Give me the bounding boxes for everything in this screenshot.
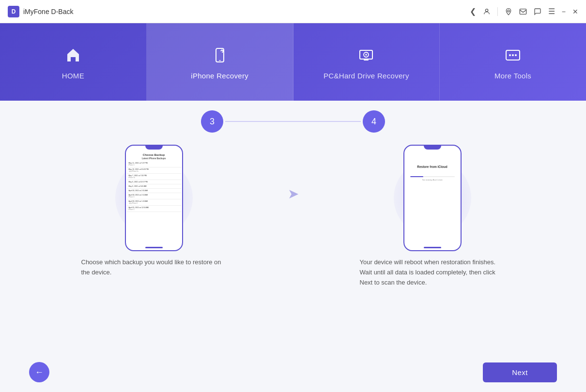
left-phone-section: Choose Backup Latest iPhone Backups May … <box>29 142 278 278</box>
nav-pc-recovery-label: PC&Hard Drive Recovery <box>324 72 409 80</box>
right-phone-notch <box>424 146 441 150</box>
left-phone-frame: Choose Backup Latest iPhone Backups May … <box>125 145 183 251</box>
back-button[interactable]: ← <box>29 362 49 382</box>
title-bar-left: D iMyFone D-Back <box>8 6 73 17</box>
svg-rect-2 <box>520 9 526 14</box>
backup-item: April 25, 2021 at 12:54 AM iPhone 5 <box>127 206 181 212</box>
backup-screen-title: Choose Backup <box>127 151 181 157</box>
location-icon[interactable] <box>505 8 512 15</box>
backup-item: May 11, 2021 at 7:47 PM iPhone 5 <box>127 161 181 167</box>
nav-iphone-recovery[interactable]: iPhone Recovery <box>147 23 293 101</box>
nav-more-tools[interactable]: More Tools <box>440 23 586 101</box>
nav-home[interactable]: HOME <box>0 23 147 101</box>
bottom-bar: ← Next <box>29 357 557 382</box>
user-icon[interactable] <box>483 8 491 15</box>
svg-point-7 <box>365 54 367 56</box>
phones-row: Choose Backup Latest iPhone Backups May … <box>29 142 557 357</box>
nav-bar: HOME iPhone Recovery PC&Hard Drive Recov… <box>0 23 586 101</box>
right-arrow-icon: ➤ <box>288 186 299 202</box>
nav-home-label: HOME <box>62 72 84 80</box>
restore-progress-bar <box>410 176 455 177</box>
step-4-circle: 4 <box>363 110 385 133</box>
nav-more-tools-label: More Tools <box>494 72 531 80</box>
nav-pc-recovery[interactable]: PC&Hard Drive Recovery <box>293 23 440 101</box>
svg-point-0 <box>485 9 488 11</box>
restore-time: Time remaining: About 1 minute <box>405 179 460 181</box>
step-3-circle: 3 <box>201 110 223 133</box>
next-button[interactable]: Next <box>483 362 557 382</box>
left-phone-notch <box>145 146 163 150</box>
minimize-button[interactable]: − <box>562 8 566 15</box>
right-phone-wrapper: Restore from iCloud Time remaining: Abou… <box>384 142 481 254</box>
pc-recovery-icon <box>355 45 377 66</box>
backup-item: April 30, 2021 at 2:13 AM iPhone 5 <box>127 193 181 199</box>
more-tools-icon <box>502 45 524 66</box>
separator <box>497 7 498 16</box>
svg-point-10 <box>512 54 514 56</box>
app-logo: D <box>8 6 19 17</box>
backup-screen-subtitle: Latest iPhone Backups <box>127 157 181 160</box>
step-line <box>225 121 361 122</box>
right-phone-frame: Restore from iCloud Time remaining: Abou… <box>403 145 462 251</box>
backup-item: May 7, 2021 at 7:20 PM iPhone 5s <box>127 174 181 180</box>
chat-icon[interactable] <box>534 8 541 15</box>
left-phone-wrapper: Choose Backup Latest iPhone Backups May … <box>106 142 202 254</box>
svg-point-1 <box>508 10 509 12</box>
svg-point-11 <box>515 54 517 56</box>
nav-iphone-recovery-label: iPhone Recovery <box>191 72 248 80</box>
left-desc: Choose which backup you would like to re… <box>77 257 231 278</box>
title-bar: D iMyFone D-Back ❮ ☰ − ✕ <box>0 0 586 23</box>
svg-rect-4 <box>219 60 221 61</box>
arrow-section: ➤ <box>278 142 308 202</box>
right-phone-section: Restore from iCloud Time remaining: Abou… <box>308 142 557 287</box>
right-phone-home-bar <box>424 247 441 248</box>
home-icon <box>62 45 84 66</box>
backup-item: April 30, 2021 at 1:10 AM 老机 iPhone 5 <box>127 199 181 206</box>
iphone-recovery-icon <box>209 45 231 66</box>
restore-screen-title: Restore from iCloud <box>405 151 460 176</box>
menu-icon[interactable]: ☰ <box>548 7 555 16</box>
left-phone-home-bar <box>145 247 163 248</box>
title-bar-actions: ❮ ☰ − ✕ <box>470 7 578 16</box>
backup-item: May 6, 2021 at 10:57 PM <box>127 180 181 184</box>
right-desc: Your device will reboot when restoration… <box>355 257 510 287</box>
steps-row: 3 4 <box>29 110 557 133</box>
main-content: 3 4 Choose Backup Latest iPhone Backups … <box>0 101 586 392</box>
backup-item: April 30, 2021 at 2:55 AM <box>127 189 181 193</box>
svg-point-9 <box>509 54 511 56</box>
mail-icon[interactable] <box>519 8 527 15</box>
app-name: iMyFone D-Back <box>23 8 73 15</box>
backup-item: May 6, 2021 at 9:42 AM <box>127 184 181 189</box>
right-phone-screen: Restore from iCloud Time remaining: Abou… <box>405 151 460 245</box>
backup-item: May 10, 2021 at 10:43 PM 老机 iPhone 5s <box>127 167 181 174</box>
left-phone-screen: Choose Backup Latest iPhone Backups May … <box>127 151 181 245</box>
share-icon[interactable]: ❮ <box>470 7 476 16</box>
close-button[interactable]: ✕ <box>572 8 578 15</box>
restore-progress-fill <box>410 176 424 177</box>
